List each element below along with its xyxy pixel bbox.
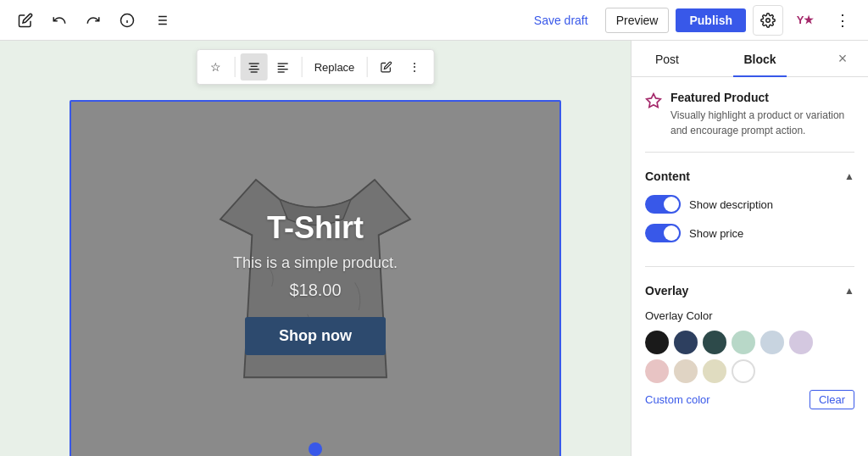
product-title: T-Shirt — [267, 210, 364, 246]
sidebar-content: Featured Product Visually highlight a pr… — [632, 77, 868, 456]
top-toolbar: Save draft Preview Publish Y★ ⋮ — [0, 0, 868, 41]
edit-icon-btn[interactable] — [10, 5, 41, 36]
show-description-label: Show description — [689, 198, 773, 211]
show-description-toggle[interactable] — [645, 195, 681, 214]
featured-product-icon — [645, 92, 662, 138]
svg-point-9 — [766, 18, 771, 22]
save-draft-button[interactable]: Save draft — [524, 8, 598, 32]
color-swatches-row-1 — [645, 331, 854, 354]
color-swatch-dark-teal[interactable] — [703, 331, 726, 354]
show-price-toggle[interactable] — [645, 224, 681, 242]
editor-area: ☆ Replace ⋮ — [0, 41, 631, 456]
replace-button[interactable]: Replace — [308, 58, 362, 77]
toolbar-divider-2 — [302, 57, 303, 77]
yoast-icon[interactable]: Y★ — [790, 5, 821, 36]
align-center-button[interactable] — [241, 53, 268, 81]
svg-rect-16 — [278, 69, 288, 70]
svg-rect-14 — [278, 63, 288, 64]
post-tab[interactable]: Post — [645, 41, 689, 76]
block-name-label: Featured Product — [670, 91, 854, 104]
sidebar: Post Block × Featured Product Visually h… — [631, 41, 868, 456]
block-tab[interactable]: Block — [733, 41, 786, 76]
show-description-row: Show description — [645, 195, 854, 214]
undo-btn[interactable] — [44, 5, 75, 36]
clear-button[interactable]: Clear — [810, 390, 854, 409]
custom-color-link[interactable]: Custom color — [645, 393, 710, 406]
content-section-title: Content — [645, 170, 690, 183]
svg-rect-15 — [278, 66, 285, 67]
svg-rect-13 — [251, 71, 258, 72]
svg-rect-17 — [278, 71, 285, 72]
settings-button[interactable] — [753, 5, 783, 36]
svg-rect-11 — [251, 66, 258, 67]
toolbar-left — [10, 5, 176, 36]
svg-rect-10 — [249, 63, 259, 64]
block-more-button[interactable]: ⋮ — [401, 53, 428, 81]
block-description-text: Visually highlight a product or variatio… — [670, 108, 854, 138]
sidebar-close-button[interactable]: × — [831, 47, 854, 70]
content-section: Content ▲ Show description Show price — [645, 170, 854, 267]
block-toolbar: ☆ Replace ⋮ — [197, 49, 435, 85]
redo-btn[interactable] — [78, 5, 108, 36]
list-view-btn[interactable] — [146, 5, 176, 36]
star-icon: ☆ — [210, 60, 221, 74]
drag-handle[interactable] — [309, 442, 322, 456]
show-price-row: Show price — [645, 224, 854, 242]
color-actions: Custom color Clear — [645, 390, 854, 409]
main-area: ☆ Replace ⋮ — [0, 41, 868, 456]
toolbar-divider — [235, 57, 236, 77]
svg-rect-12 — [249, 69, 259, 70]
content-section-header[interactable]: Content ▲ — [645, 170, 854, 183]
shop-now-button[interactable]: Shop now — [245, 317, 386, 355]
color-swatch-dark-blue[interactable] — [674, 331, 698, 354]
svg-marker-18 — [647, 94, 661, 108]
overlay-section-title: Overlay — [645, 284, 688, 298]
product-description: This is a simple product. — [233, 254, 398, 272]
star-button[interactable]: ☆ — [203, 53, 230, 81]
color-swatch-light-beige[interactable] — [674, 359, 698, 383]
product-overlay: T-Shirt This is a simple product. $18.00… — [71, 102, 559, 456]
overlay-color-label: Overlay Color — [645, 309, 854, 322]
color-swatch-light-yellow[interactable] — [703, 359, 726, 383]
info-btn[interactable] — [112, 5, 142, 36]
publish-button[interactable]: Publish — [676, 8, 746, 32]
color-swatch-white[interactable] — [732, 359, 755, 383]
color-swatch-light-pink[interactable] — [645, 359, 669, 383]
preview-button[interactable]: Preview — [605, 8, 670, 33]
more-options-button[interactable]: ⋮ — [827, 5, 858, 36]
overlay-section-header[interactable]: Overlay ▲ — [645, 284, 854, 298]
color-swatch-light-mint[interactable] — [732, 331, 755, 354]
block-info-text: Featured Product Visually highlight a pr… — [670, 91, 854, 138]
toolbar-divider-3 — [366, 57, 367, 77]
show-price-label: Show price — [689, 227, 743, 240]
sidebar-tabs: Post Block × — [632, 41, 868, 77]
color-swatch-light-blue-gray[interactable] — [760, 331, 784, 354]
color-swatches-row-2 — [645, 359, 854, 383]
color-swatch-black[interactable] — [645, 331, 669, 354]
overlay-section: Overlay ▲ Overlay Color — [645, 284, 854, 409]
featured-product-block[interactable]: T-Shirt This is a simple product. $18.00… — [70, 100, 561, 456]
content-chevron-icon: ▲ — [844, 170, 854, 182]
product-price: $18.00 — [289, 281, 341, 300]
toolbar-right: Save draft Preview Publish Y★ ⋮ — [524, 5, 858, 36]
align-left-button[interactable] — [270, 53, 297, 81]
edit-pencil-button[interactable] — [372, 53, 399, 81]
overlay-chevron-icon: ▲ — [844, 285, 854, 297]
block-info-section: Featured Product Visually highlight a pr… — [645, 91, 854, 153]
color-swatch-light-purple[interactable] — [789, 331, 813, 354]
